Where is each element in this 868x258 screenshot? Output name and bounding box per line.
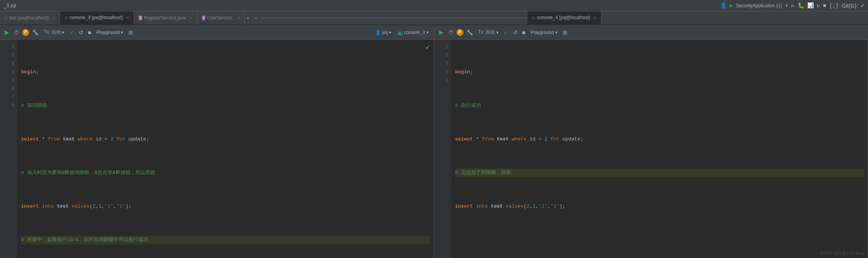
code-line-2: # 加间隙锁 [21, 102, 430, 110]
right-line-num-2: 2 [434, 51, 448, 60]
right-code-line-1: begin; [455, 68, 864, 76]
kw-begin: begin [21, 68, 36, 76]
tab-test-close[interactable]: ✕ [52, 16, 55, 20]
tx-label-right: Tx: 自动 [478, 29, 495, 35]
code-line-4: # 插入时因为要等B释放间隙锁，B也在等A释放锁，所以死锁 [21, 169, 430, 177]
tab-test-label: test [yxj@localhost] [9, 15, 49, 21]
console-dropdown[interactable]: 📺 console_3 ▾ [395, 29, 431, 36]
line-num-5: ✔ 5 [0, 76, 14, 85]
line-num-4: 4 [0, 68, 14, 76]
console-chevron: ▾ [426, 30, 429, 35]
right-line-num-4: 4 [434, 68, 448, 76]
java-icon-register: I [139, 16, 142, 20]
right-line-num-1: 1 [434, 43, 448, 51]
clock-button-right[interactable]: ⏱ [447, 29, 455, 36]
code-line-6: # 死锁中，如果执行id=4，则不在间隙锁中可以执行成功 [21, 236, 430, 244]
grid-button-right[interactable]: ⊞ [561, 29, 569, 36]
code-line-5: insert into test values(2,1,'1','1'); [21, 202, 430, 211]
tx-dropdown-left[interactable]: Tx: 自动 ▾ [42, 28, 66, 36]
tab-userservice-close[interactable]: ✕ [237, 16, 240, 20]
run-button-right[interactable]: ▶ [437, 28, 445, 37]
tx-dropdown-right[interactable]: Tx: 自动 ▾ [476, 28, 501, 36]
tab-console3[interactable]: ◇ console_3 [yxj@localhost] ✕ [60, 11, 134, 24]
stop-button-left[interactable]: ■ [86, 29, 92, 36]
avatar-right: P [457, 29, 463, 36]
left-editor-pane: 1 2 3 4 ✔ 5 6 7 8 begin; # [0, 40, 434, 258]
tab-userservice[interactable]: I UserService. ✕ [198, 11, 245, 24]
coverage-icon[interactable]: 📊 [807, 2, 814, 9]
wrench-button-left[interactable]: 🔧 [31, 29, 40, 36]
db-icon-console4: ◇ [532, 15, 535, 20]
title-filename: _3.sql [4, 3, 16, 8]
git-icon[interactable]: Git(G): [842, 3, 858, 9]
left-line-numbers: 1 2 3 4 ✔ 5 6 7 8 [0, 40, 17, 258]
playground-label-left: Playground [96, 30, 120, 35]
status-check-left: ✔ [426, 43, 430, 51]
stop-button-right[interactable]: ■ [521, 29, 527, 36]
tab-console3-close[interactable]: ✕ [126, 16, 129, 20]
user-icon-left: 👤 [375, 30, 381, 35]
undo-button-right[interactable]: ↺ [512, 29, 519, 36]
undo-button-left[interactable]: ↺ [77, 29, 85, 36]
tab-console4-close[interactable]: ✕ [593, 16, 596, 20]
git-action-icon[interactable]: ✔ [861, 2, 864, 9]
title-bar: _3.sql 👤 ▶ SecurityApplication (1) ▾ ▶ 🐛… [0, 0, 868, 11]
user-dropdown[interactable]: 👤 yxj ▾ [373, 29, 394, 36]
title-bar-actions: 👤 ▶ SecurityApplication (1) ▾ ▶ 🐛 📊 ↻ ■ … [720, 2, 864, 9]
tab-registerservice-label: RegisterService.java [144, 15, 186, 21]
clock-button-left[interactable]: ⏱ [12, 29, 21, 36]
main-area: 1 2 3 4 ✔ 5 6 7 8 begin; # [0, 40, 868, 258]
run-icon[interactable]: ▶ [730, 2, 733, 9]
debug-icon[interactable]: 🐛 [798, 2, 804, 9]
playground-chevron-right: ▾ [555, 30, 557, 35]
right-code-line-5: insert into test values(2,1,'1','1'); [455, 202, 864, 211]
line-num-1: 1 [0, 43, 14, 51]
db-icon-test: □ [5, 16, 7, 20]
wrench-button-right[interactable]: 🔧 [465, 29, 474, 36]
left-code-content[interactable]: begin; # 加间隙锁 select * from test where i… [17, 40, 434, 258]
tx-chevron-right: ▾ [496, 30, 499, 35]
tab-console4[interactable]: ◇ console_4 [yxj@localhost] ✕ [527, 11, 601, 24]
playground-dropdown-right[interactable]: Playground ▾ [528, 29, 560, 36]
tab-console3-label: console_3 [yxj@localhost] [70, 15, 123, 20]
line-num-3: 3 [0, 60, 14, 68]
tab-dropdown[interactable]: ▾ [245, 15, 251, 21]
dropdown-icon[interactable]: ▾ [785, 2, 788, 9]
avatar-left: P [22, 29, 29, 36]
grid-button-left[interactable]: ⊞ [127, 29, 134, 36]
watermark: CSDN @伍振仁の blog [821, 250, 864, 256]
braces-icon[interactable]: {;} [829, 3, 839, 9]
tab-console4-label: console_4 [yxj@localhost] [537, 15, 590, 20]
comment-4: # 插入时因为要等B释放间隙锁，B也在等A释放锁，所以死锁 [21, 169, 155, 177]
app-title: SecurityApplication (1) [736, 3, 782, 8]
check-button-right[interactable]: ✓ [502, 29, 510, 36]
code-line-1: begin; [21, 68, 430, 76]
stop-icon[interactable]: ■ [823, 3, 826, 9]
tab-test[interactable]: □ test [yxj@localhost] ✕ [0, 11, 60, 24]
code-line-3: select * from test where id = 2 for upda… [21, 135, 430, 144]
tab-registerservice[interactable]: I RegisterService.java ✕ [134, 11, 198, 24]
right-code-content[interactable]: begin; # 执行成功 select * from test where i… [451, 40, 868, 258]
right-editor-pane: 1 2 3 4 5 begin; # 执行成功 select * from te… [434, 40, 868, 258]
playground-chevron-left: ▾ [121, 30, 123, 35]
playground-label-right: Playground [531, 30, 554, 35]
user-chevron: ▾ [389, 30, 391, 35]
left-code-area[interactable]: 1 2 3 4 ✔ 5 6 7 8 begin; # [0, 40, 434, 258]
playground-dropdown-left[interactable]: Playground ▾ [94, 29, 125, 36]
check-button-left[interactable]: ✓ [68, 29, 76, 36]
reload-icon[interactable]: ↻ [817, 2, 820, 9]
right-code-line-2: # 执行成功 [455, 102, 864, 110]
right-code-area[interactable]: 1 2 3 4 5 begin; # 执行成功 select * from te… [434, 40, 868, 258]
run-button-left[interactable]: ▶ [3, 28, 11, 37]
right-code-line-4: # 左边加了间隙锁，阻塞 [455, 169, 864, 177]
console-label: console_3 [404, 30, 425, 35]
right-toolbar: ▶ ⏱ P 🔧 Tx: 自动 ▾ ✓ ↺ ■ Playground ▾ ⊞ [434, 25, 868, 40]
tab-registerservice-close[interactable]: ✕ [189, 16, 193, 20]
comment-2: # 加间隙锁 [21, 102, 47, 110]
right-line-num-5: 5 [434, 76, 448, 85]
user-icon[interactable]: 👤 [720, 2, 727, 9]
tab-more[interactable]: ⋯ [251, 15, 260, 21]
comment-6: # 死锁中，如果执行id=4，则不在间隙锁中可以执行成功 [21, 236, 148, 244]
line-num-2: 2 [0, 51, 14, 60]
run-green-icon[interactable]: ▶ [791, 2, 794, 9]
